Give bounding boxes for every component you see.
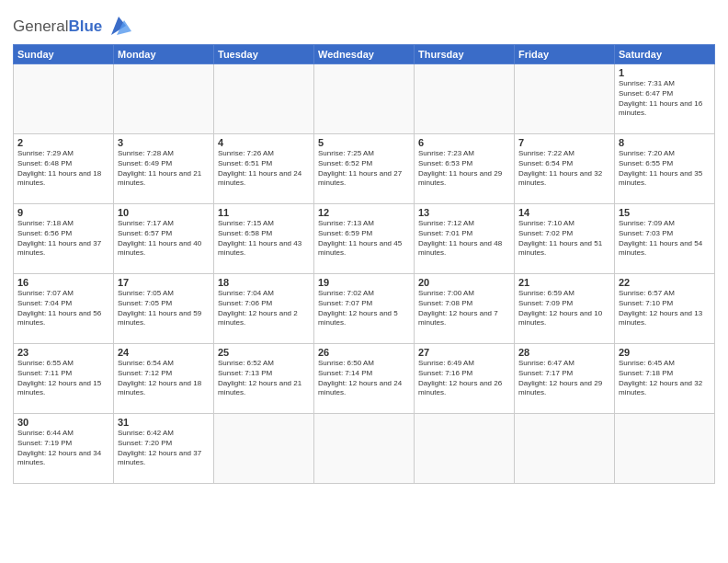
day-info: Sunrise: 6:49 AM Sunset: 7:16 PM Dayligh… xyxy=(418,359,510,398)
day-number: 17 xyxy=(118,277,210,288)
day-number: 23 xyxy=(17,347,109,358)
calendar-cell: 26Sunrise: 6:50 AM Sunset: 7:14 PM Dayli… xyxy=(314,344,415,414)
day-number: 9 xyxy=(17,207,109,218)
calendar-cell xyxy=(314,64,415,134)
day-info: Sunrise: 7:09 AM Sunset: 7:03 PM Dayligh… xyxy=(619,219,711,259)
day-info: Sunrise: 6:47 AM Sunset: 7:17 PM Dayligh… xyxy=(518,359,610,398)
calendar-cell xyxy=(314,414,415,484)
weekday-header-row: SundayMondayTuesdayWednesdayThursdayFrid… xyxy=(14,45,715,64)
day-info: Sunrise: 7:00 AM Sunset: 7:08 PM Dayligh… xyxy=(418,289,510,328)
calendar-cell xyxy=(515,414,615,484)
calendar-cell: 15Sunrise: 7:09 AM Sunset: 7:03 PM Dayli… xyxy=(615,204,715,274)
day-number: 21 xyxy=(518,277,610,288)
day-info: Sunrise: 7:13 AM Sunset: 6:59 PM Dayligh… xyxy=(318,219,410,259)
calendar-cell: 5Sunrise: 7:25 AM Sunset: 6:52 PM Daylig… xyxy=(314,134,415,204)
day-info: Sunrise: 7:22 AM Sunset: 6:54 PM Dayligh… xyxy=(518,149,610,189)
calendar-cell: 3Sunrise: 7:28 AM Sunset: 6:49 PM Daylig… xyxy=(114,134,214,204)
logo: GeneralBlue xyxy=(13,13,133,39)
logo-general: General xyxy=(13,17,68,35)
calendar-cell: 9Sunrise: 7:18 AM Sunset: 6:56 PM Daylig… xyxy=(14,204,114,274)
calendar-cell: 1Sunrise: 7:31 AM Sunset: 6:47 PM Daylig… xyxy=(615,64,715,134)
calendar-cell: 21Sunrise: 6:59 AM Sunset: 7:09 PM Dayli… xyxy=(515,274,615,344)
logo-blue: Blue xyxy=(68,17,102,35)
calendar-cell: 4Sunrise: 7:26 AM Sunset: 6:51 PM Daylig… xyxy=(214,134,314,204)
calendar-cell: 11Sunrise: 7:15 AM Sunset: 6:58 PM Dayli… xyxy=(214,204,314,274)
calendar-cell: 22Sunrise: 6:57 AM Sunset: 7:10 PM Dayli… xyxy=(615,274,715,344)
weekday-header-tuesday: Tuesday xyxy=(214,45,314,64)
day-info: Sunrise: 7:28 AM Sunset: 6:49 PM Dayligh… xyxy=(118,149,210,189)
day-number: 14 xyxy=(518,207,610,218)
day-info: Sunrise: 7:31 AM Sunset: 6:47 PM Dayligh… xyxy=(619,79,711,119)
calendar-cell xyxy=(214,64,314,134)
calendar-cell: 30Sunrise: 6:44 AM Sunset: 7:19 PM Dayli… xyxy=(14,414,114,484)
day-number: 27 xyxy=(418,347,510,358)
calendar-cell: 19Sunrise: 7:02 AM Sunset: 7:07 PM Dayli… xyxy=(314,274,415,344)
day-number: 7 xyxy=(518,137,610,148)
weekday-header-saturday: Saturday xyxy=(615,45,715,64)
day-number: 22 xyxy=(619,277,711,288)
day-number: 2 xyxy=(17,137,109,148)
day-info: Sunrise: 7:04 AM Sunset: 7:06 PM Dayligh… xyxy=(218,289,310,328)
day-number: 19 xyxy=(318,277,410,288)
calendar-cell: 8Sunrise: 7:20 AM Sunset: 6:55 PM Daylig… xyxy=(615,134,715,204)
calendar-cell: 23Sunrise: 6:55 AM Sunset: 7:11 PM Dayli… xyxy=(14,344,114,414)
calendar-cell: 17Sunrise: 7:05 AM Sunset: 7:05 PM Dayli… xyxy=(114,274,214,344)
calendar-cell xyxy=(415,64,515,134)
calendar-cell: 31Sunrise: 6:42 AM Sunset: 7:20 PM Dayli… xyxy=(114,414,214,484)
day-info: Sunrise: 6:57 AM Sunset: 7:10 PM Dayligh… xyxy=(619,289,711,328)
calendar-cell: 7Sunrise: 7:22 AM Sunset: 6:54 PM Daylig… xyxy=(515,134,615,204)
calendar-cell: 27Sunrise: 6:49 AM Sunset: 7:16 PM Dayli… xyxy=(415,344,515,414)
calendar-cell xyxy=(114,64,214,134)
weekday-header-sunday: Sunday xyxy=(14,45,114,64)
weekday-header-thursday: Thursday xyxy=(415,45,515,64)
calendar-cell: 10Sunrise: 7:17 AM Sunset: 6:57 PM Dayli… xyxy=(114,204,214,274)
calendar-cell: 16Sunrise: 7:07 AM Sunset: 7:04 PM Dayli… xyxy=(14,274,114,344)
day-number: 29 xyxy=(619,347,711,358)
header: GeneralBlue xyxy=(13,9,715,39)
calendar-cell xyxy=(615,414,715,484)
calendar-cell: 6Sunrise: 7:23 AM Sunset: 6:53 PM Daylig… xyxy=(415,134,515,204)
day-number: 6 xyxy=(418,137,510,148)
calendar-cell xyxy=(214,414,314,484)
logo-icon xyxy=(104,13,133,39)
calendar-cell: 18Sunrise: 7:04 AM Sunset: 7:06 PM Dayli… xyxy=(214,274,314,344)
week-row-6: 30Sunrise: 6:44 AM Sunset: 7:19 PM Dayli… xyxy=(14,414,715,484)
day-info: Sunrise: 7:02 AM Sunset: 7:07 PM Dayligh… xyxy=(318,289,410,328)
day-info: Sunrise: 6:59 AM Sunset: 7:09 PM Dayligh… xyxy=(518,289,610,328)
day-number: 5 xyxy=(318,137,410,148)
day-number: 30 xyxy=(17,417,109,428)
day-info: Sunrise: 7:07 AM Sunset: 7:04 PM Dayligh… xyxy=(17,289,109,328)
calendar-cell: 29Sunrise: 6:45 AM Sunset: 7:18 PM Dayli… xyxy=(615,344,715,414)
day-number: 20 xyxy=(418,277,510,288)
day-number: 26 xyxy=(318,347,410,358)
calendar-cell: 28Sunrise: 6:47 AM Sunset: 7:17 PM Dayli… xyxy=(515,344,615,414)
day-info: Sunrise: 7:15 AM Sunset: 6:58 PM Dayligh… xyxy=(218,219,310,259)
calendar-cell xyxy=(515,64,615,134)
day-info: Sunrise: 7:10 AM Sunset: 7:02 PM Dayligh… xyxy=(518,219,610,259)
weekday-header-monday: Monday xyxy=(114,45,214,64)
day-number: 16 xyxy=(17,277,109,288)
calendar-table: SundayMondayTuesdayWednesdayThursdayFrid… xyxy=(13,44,715,484)
day-number: 24 xyxy=(118,347,210,358)
calendar-cell: 24Sunrise: 6:54 AM Sunset: 7:12 PM Dayli… xyxy=(114,344,214,414)
weekday-header-friday: Friday xyxy=(515,45,615,64)
day-number: 13 xyxy=(418,207,510,218)
day-number: 15 xyxy=(619,207,711,218)
day-number: 10 xyxy=(118,207,210,218)
day-info: Sunrise: 6:44 AM Sunset: 7:19 PM Dayligh… xyxy=(17,429,109,468)
day-number: 12 xyxy=(318,207,410,218)
calendar-cell: 14Sunrise: 7:10 AM Sunset: 7:02 PM Dayli… xyxy=(515,204,615,274)
day-number: 25 xyxy=(218,347,310,358)
week-row-1: 1Sunrise: 7:31 AM Sunset: 6:47 PM Daylig… xyxy=(14,64,715,134)
day-info: Sunrise: 6:42 AM Sunset: 7:20 PM Dayligh… xyxy=(118,429,210,468)
day-info: Sunrise: 7:12 AM Sunset: 7:01 PM Dayligh… xyxy=(418,219,510,259)
calendar-cell: 25Sunrise: 6:52 AM Sunset: 7:13 PM Dayli… xyxy=(214,344,314,414)
day-info: Sunrise: 7:26 AM Sunset: 6:51 PM Dayligh… xyxy=(218,149,310,189)
calendar-cell: 13Sunrise: 7:12 AM Sunset: 7:01 PM Dayli… xyxy=(415,204,515,274)
calendar-cell: 20Sunrise: 7:00 AM Sunset: 7:08 PM Dayli… xyxy=(415,274,515,344)
day-number: 8 xyxy=(619,137,711,148)
day-number: 11 xyxy=(218,207,310,218)
day-number: 31 xyxy=(118,417,210,428)
day-number: 28 xyxy=(518,347,610,358)
day-info: Sunrise: 6:54 AM Sunset: 7:12 PM Dayligh… xyxy=(118,359,210,398)
